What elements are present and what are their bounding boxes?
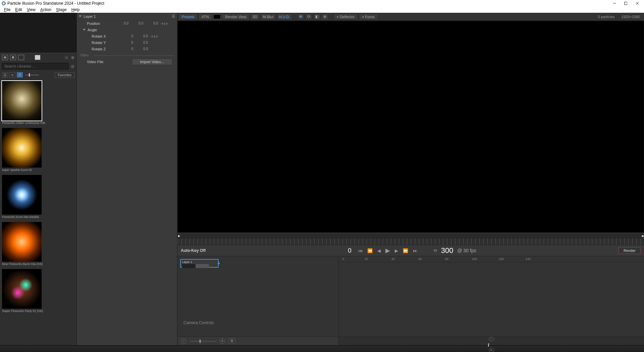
close-button[interactable] xyxy=(635,1,640,6)
graph-panel[interactable]: 0 20 40 60 80 100 120 140 xyxy=(338,256,644,337)
menu-action[interactable]: Action xyxy=(38,7,53,12)
library-item[interactable]: Fireworks Glitter continuous 03b xyxy=(2,81,74,125)
menu-view[interactable]: View xyxy=(25,7,38,12)
rotate-z-v1[interactable]: 0 xyxy=(118,47,133,51)
render-view-button[interactable]: Render View xyxy=(222,14,249,20)
view-detail-icon[interactable]: ≡ xyxy=(9,72,15,78)
library-mode-film-icon[interactable]: ▦ xyxy=(10,55,16,60)
prev-key-icon[interactable]: ◀ xyxy=(151,35,153,38)
hud-button[interactable]: H.U.D. xyxy=(277,14,292,20)
viewport-toolbar: Presets 47% Render View 3D M-Blur H.U.D.… xyxy=(177,13,644,21)
goto-end-icon[interactable]: ⏭ xyxy=(413,248,417,253)
video-section: Video xyxy=(77,52,177,58)
position-x[interactable]: 0.0 xyxy=(114,21,128,25)
star-icon[interactable]: ☆ xyxy=(64,55,69,60)
step-fwd-icon[interactable]: ▶ xyxy=(395,248,398,253)
angle-label: Angle xyxy=(88,28,114,32)
zoom-in-icon[interactable]: + xyxy=(220,339,225,344)
rotate-x-v1[interactable]: 0 xyxy=(118,34,133,38)
next-key-icon[interactable]: ▶ xyxy=(166,22,168,25)
node-zoom-slider[interactable] xyxy=(190,341,216,342)
library-stop-icon[interactable] xyxy=(35,55,40,60)
range-start-handle[interactable] xyxy=(178,234,180,237)
menu-edit[interactable]: Edit xyxy=(13,7,24,12)
layer-menu-icon[interactable]: ☰ xyxy=(172,14,175,18)
time-ruler[interactable] xyxy=(177,238,644,245)
graph-tick: 80 xyxy=(445,257,448,261)
key-icon[interactable]: ▮ xyxy=(154,35,155,38)
step-back-fast-icon[interactable]: ⏪ xyxy=(367,248,373,253)
zoom-out-icon[interactable]: − xyxy=(181,339,186,344)
view-grid-icon[interactable]: ⠿ xyxy=(17,72,23,78)
zoom-in-icon[interactable]: + xyxy=(489,348,494,352)
autokey-toggle[interactable]: Auto-Key Off xyxy=(181,248,206,253)
expand-icon[interactable] xyxy=(79,15,82,17)
position-z[interactable]: 0.0 xyxy=(143,21,158,25)
rotate-x-v2[interactable]: 0.0 xyxy=(133,34,148,38)
svg-point-1 xyxy=(3,2,5,4)
library-item[interactable]: Super Fireworks Party 01 (mb) xyxy=(2,269,74,313)
library-search-input[interactable] xyxy=(2,63,69,70)
step-fwd-fast-icon[interactable]: ⏩ xyxy=(403,248,408,253)
viewport[interactable] xyxy=(177,21,644,233)
prev-key-icon[interactable]: ◀ xyxy=(161,22,163,25)
minimize-button[interactable] xyxy=(612,1,617,6)
node-thumb xyxy=(196,264,209,268)
play-icon[interactable]: ▶ xyxy=(385,247,390,254)
menu-file[interactable]: File xyxy=(2,7,12,12)
resolution: 1920×1080 xyxy=(619,15,643,19)
current-frame[interactable]: 0 xyxy=(341,247,358,254)
position-y[interactable]: 0.0 xyxy=(128,21,143,25)
graph-tick: 120 xyxy=(499,257,504,261)
zoom-out-icon[interactable]: − xyxy=(489,337,494,341)
library-thumb xyxy=(2,128,42,168)
layer-node[interactable]: Layer 1 xyxy=(180,259,219,268)
node-panel[interactable]: Layer 1 Camera Controls xyxy=(177,256,338,337)
library-item[interactable]: super sparkle burst 02 xyxy=(2,128,74,172)
key-icon[interactable]: ▮ xyxy=(164,22,165,25)
rotate-y-v1[interactable]: 0 xyxy=(118,41,133,44)
zoom-value[interactable]: 47% xyxy=(199,14,212,20)
add-force-button[interactable]: + Force xyxy=(359,14,378,20)
properties-panel: Layer 1 ☰ Position 0.0 0.0 0.0 ◀▮▶ Angle… xyxy=(77,13,177,345)
expand-icon[interactable] xyxy=(83,29,86,31)
rotate-tool-icon[interactable]: ⟳ xyxy=(306,14,312,20)
thumb-size-slider[interactable] xyxy=(25,75,39,76)
step-back-icon[interactable]: ◀ xyxy=(377,248,381,253)
rotate-y-v2[interactable]: 0.0 xyxy=(133,41,148,44)
3d-button[interactable]: 3D xyxy=(251,14,259,20)
layer-name[interactable]: Layer 1 xyxy=(84,14,96,18)
maximize-button[interactable] xyxy=(624,1,629,6)
library-mode-m[interactable]: M xyxy=(2,55,8,60)
camera-icon[interactable]: ◉ xyxy=(71,55,74,60)
library-item[interactable]: Fireworks burst 06a tintable xyxy=(2,175,74,219)
goto-start-icon[interactable]: ⏮ xyxy=(358,248,363,253)
next-key-icon[interactable]: ▶ xyxy=(156,35,158,38)
import-video-button[interactable]: Import Video... xyxy=(132,58,172,65)
fps-label: @ 30 fps xyxy=(457,248,476,253)
move-tool-icon[interactable]: ✥ xyxy=(298,14,304,20)
render-button[interactable]: Render xyxy=(619,247,641,254)
add-deflector-button[interactable]: + Deflector xyxy=(334,14,358,20)
menu-help[interactable]: Help xyxy=(69,7,82,12)
graph-tick: 60 xyxy=(418,257,422,261)
favorites-button[interactable]: Favorites xyxy=(55,72,74,78)
bg-color-swatch[interactable] xyxy=(213,14,221,19)
menu-stage[interactable]: Stage xyxy=(54,7,68,12)
clear-search-icon[interactable]: ⊘ xyxy=(71,64,74,69)
end-frame[interactable]: 300 xyxy=(437,246,458,255)
range-end-handle[interactable] xyxy=(641,234,643,237)
mblur-button[interactable]: M-Blur xyxy=(261,14,275,20)
timeline: Auto-Key Off 0 ⏮ ⏪ ◀ ▶ ▶ ⏩ ⏭ ⟲ 300 @ 30 … xyxy=(177,233,644,345)
reset-button[interactable]: R xyxy=(228,338,235,344)
node-output-icon[interactable] xyxy=(218,262,220,264)
world-tool-icon[interactable]: ⊕ xyxy=(322,14,328,20)
presets-button[interactable]: Presets xyxy=(179,14,197,20)
rotate-z-v2[interactable]: 0.0 xyxy=(133,47,148,51)
library-item[interactable]: New Fireworks Burst 03a (mb) xyxy=(2,222,74,266)
view-list-icon[interactable]: ☰ xyxy=(2,72,8,78)
loop-icon[interactable]: ⟲ xyxy=(433,248,437,253)
library-mode-square-icon[interactable] xyxy=(18,55,24,60)
scale-tool-icon[interactable]: ◧ xyxy=(314,14,320,20)
status-bar xyxy=(0,345,644,352)
